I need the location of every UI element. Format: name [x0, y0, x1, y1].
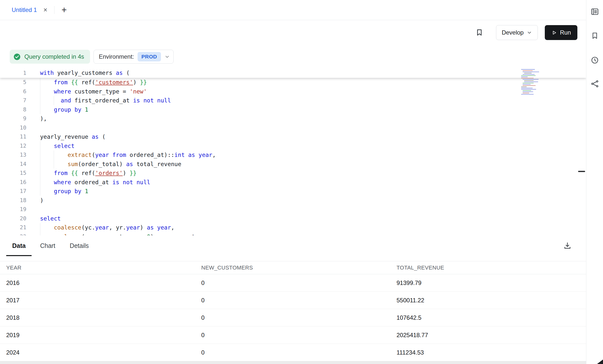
- code-line[interactable]: 8 group by 1: [0, 105, 586, 114]
- bookmark-button[interactable]: [474, 27, 485, 38]
- tab-untitled-1[interactable]: Untitled 1 ×: [0, 0, 54, 20]
- code-line[interactable]: 7 and first_ordered_at is not null: [0, 96, 586, 105]
- code-lines: 5 from {{ ref('customers') }}6 where cus…: [0, 78, 586, 235]
- code-text: from {{ ref('customers') }}: [26, 78, 147, 87]
- table-header: YEAR NEW_CUSTOMERS TOTAL_REVENUE: [0, 261, 586, 274]
- lineage-button[interactable]: [589, 78, 600, 89]
- download-icon: [563, 241, 572, 250]
- run-button[interactable]: Run: [545, 25, 577, 40]
- tab-chart[interactable]: Chart: [34, 235, 61, 256]
- code-text: select: [26, 214, 61, 223]
- new-tab-button[interactable]: +: [61, 5, 67, 14]
- tab-title: Untitled 1: [12, 6, 37, 13]
- document-outline-button[interactable]: [589, 6, 600, 17]
- code-text: extract(year from ordered_at)::int as ye…: [26, 150, 216, 160]
- table-cell: 107642.5: [397, 314, 586, 321]
- line-number: 19: [0, 205, 26, 214]
- code-line[interactable]: 18): [0, 196, 586, 205]
- code-line[interactable]: 10: [0, 123, 586, 133]
- code-text: ): [26, 196, 44, 205]
- code-line[interactable]: 14 sum(order_total) as total_revenue: [0, 160, 586, 169]
- query-status-badge: Query completed in 4s: [10, 50, 90, 64]
- table-row[interactable]: 20240111234.53: [0, 344, 586, 361]
- sql-editor[interactable]: 5 from {{ ref('customers') }}6 where cus…: [0, 68, 586, 235]
- table-row[interactable]: 20170550011.22: [0, 292, 586, 309]
- table-row[interactable]: 20180107642.5: [0, 309, 586, 326]
- scrollbar-marker: [578, 171, 585, 172]
- table-cell: 2025418.77: [397, 332, 586, 339]
- develop-button[interactable]: Develop: [496, 25, 538, 40]
- results-tab-bar: Data Chart Details: [0, 235, 586, 256]
- line-number: 10: [0, 123, 26, 133]
- line-number: 20: [0, 214, 26, 223]
- minimap[interactable]: [520, 69, 549, 96]
- table-cell: 2019: [6, 332, 201, 339]
- line-number: 13: [0, 150, 26, 160]
- table-cell: 2018: [6, 314, 201, 321]
- table-cell: 111234.53: [397, 349, 586, 356]
- code-line[interactable]: 16 where ordered_at is not null: [0, 178, 586, 187]
- play-icon: [551, 30, 557, 36]
- download-button[interactable]: [562, 240, 573, 251]
- line-number: 11: [0, 132, 26, 141]
- results-panel: Data Chart Details YEAR NEW_CUSTOMERS TO…: [0, 235, 586, 364]
- code-line[interactable]: 15 from {{ ref('orders') }}: [0, 169, 586, 178]
- status-row: Query completed in 4s Environment: PROD: [0, 45, 586, 68]
- code-line[interactable]: 22 coalesce(yc.new_customers, 0) as new_…: [0, 232, 586, 236]
- line-number: 1: [0, 68, 26, 78]
- chevron-down-icon: [527, 30, 532, 35]
- environment-value-badge: PROD: [138, 52, 161, 61]
- table-cell: 2016: [6, 279, 201, 286]
- table-cell: 2024: [6, 349, 201, 356]
- bookmarks-button[interactable]: [589, 30, 600, 41]
- code-text: coalesce(yc.year, yr.year) as year,: [26, 223, 174, 232]
- code-line[interactable]: 12 select: [0, 141, 586, 151]
- chevron-down-icon: [164, 54, 170, 59]
- document-outline-icon: [590, 7, 599, 16]
- editor-tab-bar: Untitled 1 × +: [0, 0, 586, 20]
- line-number: 22: [0, 232, 26, 236]
- tab-separator: [54, 6, 54, 14]
- table-row[interactable]: 2016091399.79: [0, 274, 586, 292]
- horizontal-scrollbar[interactable]: [0, 361, 586, 364]
- code-text: yearly_revenue as (: [26, 132, 105, 141]
- indent-guide: [40, 141, 40, 196]
- history-button[interactable]: [589, 55, 600, 66]
- toolbar: Develop Run: [0, 20, 586, 45]
- code-text: [26, 123, 40, 133]
- indent-guide: [54, 96, 54, 105]
- line-number: 18: [0, 196, 26, 205]
- code-line[interactable]: 17 group by 1: [0, 187, 586, 196]
- code-line[interactable]: 9),: [0, 114, 586, 123]
- right-sidebar: [586, 0, 603, 364]
- code-line[interactable]: 19: [0, 205, 586, 214]
- code-line[interactable]: 6 where customer_type = 'new': [0, 87, 586, 96]
- tab-details[interactable]: Details: [64, 235, 95, 256]
- environment-selector[interactable]: Environment: PROD: [94, 50, 174, 64]
- line-number: 8: [0, 105, 26, 114]
- close-icon[interactable]: ×: [43, 7, 47, 13]
- history-icon: [590, 56, 599, 65]
- code-line[interactable]: 11yearly_revenue as (: [0, 132, 586, 141]
- code-text: sum(order_total) as total_revenue: [26, 160, 181, 169]
- code-line[interactable]: 20select: [0, 214, 586, 223]
- code-line[interactable]: 21 coalesce(yc.year, yr.year) as year,: [0, 223, 586, 232]
- indent-guide: [40, 78, 40, 114]
- table-cell: 0: [201, 314, 397, 321]
- code-line[interactable]: 13 extract(year from ordered_at)::int as…: [0, 150, 586, 160]
- code-text: [26, 205, 40, 214]
- code-line[interactable]: 5 from {{ ref('customers') }}: [0, 78, 586, 87]
- code-text: group by 1: [26, 105, 88, 114]
- indent-guide: [54, 150, 54, 169]
- column-header-total-revenue: TOTAL_REVENUE: [397, 265, 586, 271]
- query-status-text: Query completed in 4s: [24, 53, 84, 60]
- code-text: where ordered_at is not null: [26, 178, 150, 187]
- table-cell: 0: [201, 332, 397, 339]
- line-number: 21: [0, 223, 26, 232]
- sticky-line: 1with yearly_customers as (: [0, 68, 586, 78]
- table-row[interactable]: 201902025418.77: [0, 326, 586, 344]
- column-header-year: YEAR: [6, 265, 201, 271]
- table-cell: 0: [201, 279, 397, 286]
- tab-data[interactable]: Data: [6, 235, 32, 256]
- table-body: 2016091399.7920170550011.2220180107642.5…: [0, 274, 586, 361]
